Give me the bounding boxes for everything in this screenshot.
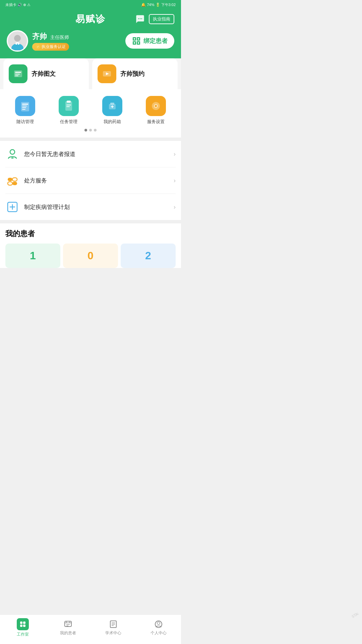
tuwen-label: 齐帅图文 <box>32 70 56 78</box>
svg-rect-22 <box>15 75 18 76</box>
dot-2 <box>89 129 92 131</box>
my-patients-section: 我的患者 1 0 2 <box>0 223 181 268</box>
stat-value-1: 0 <box>87 250 94 262</box>
stat-card-2: 2 <box>121 244 176 268</box>
doctor-title: 主任医师 <box>50 35 69 40</box>
svg-point-1 <box>140 18 141 19</box>
svg-point-40 <box>155 105 157 107</box>
service-card-yuyue[interactable]: 齐帅预约 <box>92 58 178 89</box>
tuwen-icon <box>9 64 27 83</box>
list-item-left-1: 处方服务 <box>5 173 47 187</box>
my-patients-title: 我的患者 <box>5 229 176 239</box>
service-cards: 齐帅图文 齐帅预约 <box>0 58 181 89</box>
svg-rect-31 <box>67 101 71 103</box>
list-item-prescription[interactable]: 处方服务 › <box>5 167 176 194</box>
svg-point-2 <box>141 18 142 19</box>
dot-1 <box>84 129 87 131</box>
cert-text: 执业服务认证 <box>42 44 66 50</box>
header-icons: 执业指南 <box>135 14 174 24</box>
svg-rect-35 <box>110 103 114 105</box>
disease-plan-text: 制定疾病管理计划 <box>24 203 70 211</box>
chevron-icon-1: › <box>174 177 176 184</box>
doctor-name: 齐帅 <box>32 32 47 41</box>
page-dots <box>3 129 178 134</box>
status-bar: 未插卡 🔊 ⊕ ⚠ 🔔 74% 🔋 下午3:02 <box>0 0 181 9</box>
svg-rect-16 <box>138 38 139 40</box>
suifang-icon <box>15 96 35 116</box>
yuyue-label: 齐帅预约 <box>120 70 144 78</box>
svg-text:✓: ✓ <box>37 45 39 48</box>
quick-menu-items: 随访管理 任务管理 我的药箱 服务设置 <box>3 96 178 125</box>
svg-rect-17 <box>134 42 135 44</box>
chevron-icon-2: › <box>174 204 176 211</box>
svg-rect-46 <box>8 182 12 185</box>
cert-badge: ✓ 执业服务认证 <box>32 43 69 51</box>
prescription-icon <box>5 173 19 187</box>
fuwu-label: 服务设置 <box>147 119 165 125</box>
yaoxiang-icon <box>102 96 122 116</box>
svg-rect-32 <box>66 105 71 105</box>
patients-report-text: 您今日暂无患者报道 <box>24 150 75 158</box>
quick-item-fuwu[interactable]: 服务设置 <box>146 96 166 125</box>
svg-point-41 <box>10 150 15 154</box>
renwu-icon <box>59 96 79 116</box>
quick-item-suifang[interactable]: 随访管理 <box>15 96 35 125</box>
list-section: 您今日暂无患者报道 › 处方服务 › <box>0 141 181 220</box>
svg-rect-25 <box>21 102 29 111</box>
status-left: 未插卡 🔊 ⊕ ⚠ <box>5 2 31 7</box>
patients-stats: 1 0 2 <box>5 244 176 268</box>
service-card-tuwen[interactable]: 齐帅图文 <box>3 58 89 89</box>
svg-rect-47 <box>12 182 17 185</box>
quick-item-yaoxiang[interactable]: 我的药箱 <box>102 96 122 125</box>
prescription-text: 处方服务 <box>24 177 47 184</box>
svg-rect-20 <box>15 72 21 73</box>
svg-rect-26 <box>22 104 28 105</box>
header-top: 易赋诊 执业指南 <box>7 13 174 25</box>
svg-rect-44 <box>8 178 12 181</box>
svg-rect-15 <box>134 38 135 40</box>
svg-rect-28 <box>22 107 26 108</box>
message-icon[interactable] <box>135 14 145 24</box>
svg-rect-30 <box>65 101 72 111</box>
dot-3 <box>94 129 97 131</box>
status-right-text: 🔔 74% 🔋 下午3:02 <box>141 2 176 7</box>
quick-menu: 随访管理 任务管理 我的药箱 服务设置 <box>0 89 181 138</box>
bind-patient-label: 绑定患者 <box>143 37 168 45</box>
stat-card-1: 0 <box>63 244 118 268</box>
svg-point-0 <box>138 18 139 19</box>
yaoxiang-label: 我的药箱 <box>104 119 121 125</box>
app-title: 易赋诊 <box>75 13 106 25</box>
doctor-profile: 齐帅 主任医师 ✓ 执业服务认证 绑定患者 <box>7 30 174 52</box>
svg-rect-29 <box>22 109 25 110</box>
list-item-disease-plan[interactable]: 制定疾病管理计划 › <box>5 194 176 220</box>
svg-rect-27 <box>22 106 27 106</box>
suifang-label: 随访管理 <box>16 119 34 125</box>
status-left-text: 未插卡 🔊 ⊕ ⚠ <box>5 2 31 7</box>
patients-report-icon <box>5 147 19 161</box>
doctor-left: 齐帅 主任医师 ✓ 执业服务认证 <box>7 30 69 52</box>
stat-value-2: 2 <box>145 250 151 262</box>
fuwu-icon <box>146 96 166 116</box>
svg-rect-18 <box>138 42 139 44</box>
header: 易赋诊 执业指南 <box>0 9 181 58</box>
svg-rect-21 <box>15 74 20 74</box>
quick-item-renwu[interactable]: 任务管理 <box>59 96 79 125</box>
svg-rect-45 <box>12 178 17 181</box>
chevron-icon-0: › <box>174 151 176 158</box>
doctor-info: 齐帅 主任医师 ✓ 执业服务认证 <box>32 32 69 51</box>
svg-rect-33 <box>66 106 70 107</box>
stat-value-0: 1 <box>30 250 36 262</box>
renwu-label: 任务管理 <box>60 119 77 125</box>
list-item-left-2: 制定疾病管理计划 <box>5 200 70 214</box>
list-item-patients-report[interactable]: 您今日暂无患者报道 › <box>5 141 176 167</box>
status-right: 🔔 74% 🔋 下午3:02 <box>141 2 176 7</box>
svg-point-4 <box>14 35 21 42</box>
avatar <box>7 30 28 52</box>
bind-patient-button[interactable]: 绑定患者 <box>125 33 174 49</box>
stat-card-0: 1 <box>5 244 60 268</box>
list-item-left-0: 您今日暂无患者报道 <box>5 147 75 161</box>
disease-plan-icon <box>5 200 19 214</box>
guide-button[interactable]: 执业指南 <box>149 14 174 24</box>
yuyue-icon <box>98 64 116 83</box>
